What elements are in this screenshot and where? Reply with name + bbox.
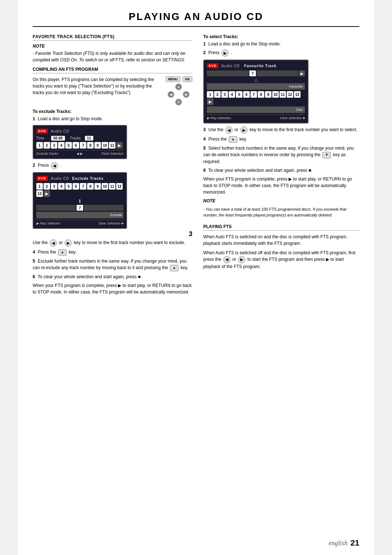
dvd-screen-1: DVD Audio CD Time 60:00 Tracks 11 1 2 3 … — [33, 125, 127, 159]
page-lang: english — [329, 539, 348, 547]
left-key-r: ◀ — [225, 126, 233, 134]
nav-right[interactable]: ▶ — [183, 91, 189, 98]
track-buttons-r1: 1 2 3 4 5 6 7 8 9 10 11 12 13 ▶ — [207, 91, 305, 105]
select-tracks-header: To select Tracks: — [203, 34, 359, 39]
exclude-tracks-section: To exclude Tracks: 1 Load a disc and go … — [33, 109, 192, 295]
right-key-r: ▶ — [240, 126, 248, 134]
nav-left[interactable]: ◀ — [168, 91, 174, 98]
playing-fts-section: PLAYING FTS When Auto FTS is switched on… — [203, 224, 359, 270]
select-step1: 1 Load a disc and go to the Stop mode. — [203, 41, 359, 47]
ok-button[interactable]: OK — [183, 76, 193, 82]
left-btn-fts: ◀ — [223, 256, 230, 263]
exclude-step5: 5 Exclude further track numbers in the s… — [33, 258, 192, 271]
exclude-step4: 4 Press the ▲ key. — [33, 249, 192, 256]
select-step4: 4 Press the ▲ key. — [203, 136, 359, 143]
fts-header: FAVORITE TRACK SELECTION (FTS) — [33, 34, 192, 41]
exclude-step3: Use the ◀ or ▶ key to move to the first … — [33, 239, 192, 247]
note-text-r: - You can have a total of at least 100 F… — [203, 206, 359, 218]
compiling-header: COMPILING AN FTS PROGRAM — [33, 67, 192, 73]
exclude-final-text: When your FTS program is complete, press… — [33, 282, 192, 295]
exclude-tracks-header: To exclude Tracks: — [33, 109, 192, 114]
playing-fts-text2: When Auto FTS is switched off and the di… — [203, 250, 359, 270]
compiling-section: COMPILING AN FTS PROGRAM On this player,… — [33, 67, 192, 106]
right-btn: ▶ — [221, 49, 229, 57]
left-column: FAVORITE TRACK SELECTION (FTS) NOTE - Fa… — [33, 34, 192, 298]
track-buttons-1: 1 2 3 4 5 6 7 8 9 10 11 ▶ — [36, 142, 123, 149]
nav-up[interactable]: ▲ — [175, 84, 182, 90]
exclude-step6: 6 To clear your whole selection and star… — [33, 274, 192, 280]
note-text-1: - Favorite Track Selection (FTS) is only… — [33, 50, 192, 63]
page-number: 21 — [351, 538, 359, 548]
select-final-text1: When your FTS program is complete, press… — [203, 176, 359, 195]
playing-fts-header: PLAYING FTS — [203, 224, 359, 231]
note-label-r: NOTE — [203, 198, 359, 203]
right-key: ▶ — [65, 239, 72, 247]
dvd-screen-2: DVD Audio CD Exclude Tracks 1 2 3 4 5 6 … — [33, 172, 127, 229]
playing-fts-text1: When Auto FTS is switched on and the dis… — [203, 234, 359, 247]
dvd-bottom-r1: ▶ Play Selection Clear Selection ■ — [207, 114, 305, 120]
select-step6: 6 To clear your whole selection and star… — [203, 167, 359, 174]
select-tracks-section: To select Tracks: 1 Load a disc and go t… — [203, 34, 359, 218]
dvd-screen-right-1: DVD Audio CD Favourite Track 7 ▶ △ Favou… — [203, 60, 309, 123]
dvd-bottom-2: ▶ Play Selection Clear Selection ■ — [36, 220, 123, 225]
up-key: ▲ — [58, 249, 67, 256]
select-step5: 5 Select further track numbers in the sa… — [203, 145, 359, 165]
dvd-bottom-1: Exclude Tracks ◀ ▶ Track Selection — [36, 150, 123, 155]
note-label-1: NOTE — [33, 44, 192, 49]
dvd-title-1: Audio CD — [51, 129, 69, 133]
exclude-step1: 1 Load a disc and go to Stop mode. — [33, 116, 192, 122]
right-column: To select Tracks: 1 Load a disc and go t… — [203, 34, 359, 298]
up-key-r: ▲ — [229, 136, 237, 143]
press-button-left: ◀ — [51, 162, 58, 169]
disc-bar: Disc — [207, 106, 305, 113]
select-step3: 3 Use the ◀ or ▶ key to move to the firs… — [203, 126, 359, 134]
exclude-bar: Exclude — [36, 212, 123, 218]
menu-button[interactable]: MENU — [166, 76, 180, 82]
nav-down[interactable]: ▼ — [175, 99, 182, 105]
track-buttons-2: 1 2 3 4 5 6 7 8 9 10 11 12 13 ▶ — [36, 183, 123, 197]
right-btn-fts: ▶ — [238, 256, 245, 263]
dvd-logo-2: DVD — [36, 176, 48, 181]
left-key: ◀ — [50, 239, 57, 247]
compiling-body: On this player, FTS programs can be comp… — [33, 76, 163, 96]
dvd-logo-1: DVD — [36, 129, 48, 134]
fts-section: FAVORITE TRACK SELECTION (FTS) NOTE - Fa… — [33, 34, 192, 63]
down-key-r: ▼ — [322, 152, 331, 158]
page-title: PLAYING AN AUDIO CD — [33, 11, 359, 27]
select-step2: 2 Press ▶ . — [203, 49, 359, 57]
nav-cross: ▲ ◀ ▶ ▼ — [168, 84, 190, 106]
step-3-label: 3 — [33, 230, 192, 238]
exclude-step2: 2 Press ◀ . — [33, 162, 192, 169]
dvd-logo-r1: DVD — [207, 63, 219, 68]
fav-bar: Favourite — [207, 83, 305, 90]
up-key-2: ▲ — [170, 265, 179, 271]
page-number-area: english 21 — [329, 538, 359, 548]
